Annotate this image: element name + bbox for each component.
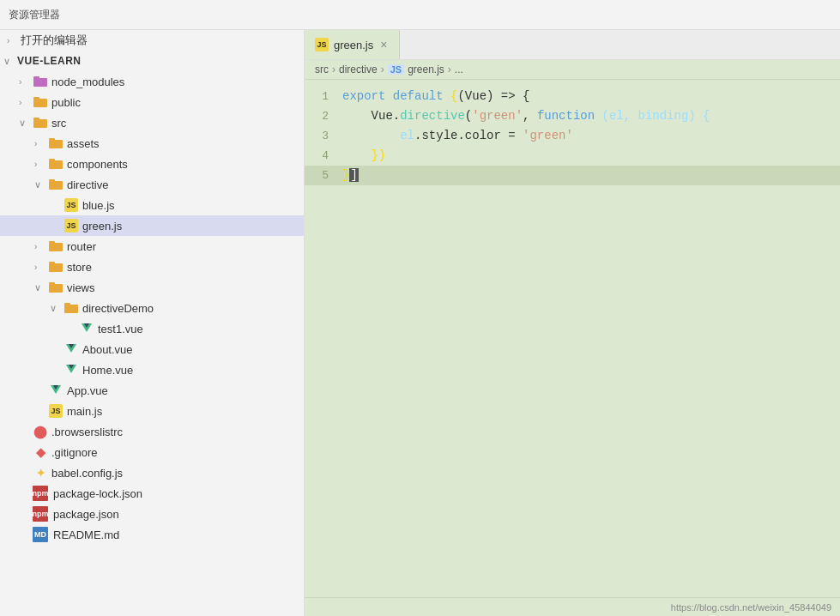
js-icon: JS (63, 197, 79, 213)
sidebar-item-node-modules[interactable]: › node_modules (0, 71, 304, 92)
bc-green-js[interactable]: green.js (408, 63, 444, 75)
tab-green-js[interactable]: JS green.js × (305, 30, 400, 59)
tab-bar: JS green.js × (305, 30, 840, 60)
assets-label: assets (67, 137, 100, 150)
sidebar-item-babel-config[interactable]: ✦ babel.config.js (0, 462, 304, 483)
sidebar-item-components[interactable]: › components (0, 154, 304, 174)
babel-icon: ✦ (33, 465, 48, 480)
package-lock-label: package-lock.json (53, 487, 142, 500)
sidebar-item-views[interactable]: ∨ views (0, 277, 304, 298)
main-js-label: main.js (67, 405, 102, 418)
svg-rect-19 (64, 303, 70, 305)
folder-src-icon (33, 115, 48, 130)
sidebar-item-public[interactable]: › public (0, 92, 304, 112)
svg-rect-16 (49, 284, 63, 293)
browserslist-icon: ⬤ (33, 424, 48, 439)
arrow-icon: ∨ (3, 56, 17, 67)
browserslistrc-label: .browserslistrc (51, 426, 123, 438)
svg-rect-13 (49, 241, 55, 244)
svg-rect-1 (33, 76, 39, 79)
public-label: public (51, 96, 81, 109)
code-content-4: }) (342, 146, 837, 165)
project-label: VUE-LEARN (17, 55, 82, 67)
sidebar-item-assets[interactable]: › assets (0, 133, 304, 154)
svg-rect-11 (49, 179, 55, 182)
sidebar-item-browserslistrc[interactable]: ⬤ .browserslistrc (0, 421, 304, 442)
sidebar-item-package-lock[interactable]: npm package-lock.json (0, 483, 304, 504)
package-json-label: package.json (53, 508, 119, 521)
views-label: views (67, 281, 95, 294)
green-js-label: green.js (82, 220, 122, 233)
bc-sep2: › (381, 63, 384, 75)
arrow-icon: › (34, 160, 48, 169)
status-bar: https://blog.csdn.net/weixin_45844049 (305, 597, 840, 616)
readme-label: README.md (53, 528, 119, 541)
top-bar: 资源管理器 (0, 0, 840, 30)
sidebar-item-app-vue[interactable]: App.vue (0, 380, 304, 401)
babel-config-label: babel.config.js (51, 467, 123, 480)
sidebar-item-package-json[interactable]: npm package.json (0, 504, 304, 524)
folder-purple-icon (33, 74, 48, 89)
opened-editors-label: 打开的编辑器 (21, 33, 88, 48)
svg-rect-10 (49, 181, 63, 190)
bc-src[interactable]: src (315, 63, 329, 75)
code-line-2: 2 Vue.directive('green', function (el, b… (305, 106, 840, 126)
line-num-2: 2 (308, 107, 342, 126)
svg-rect-6 (49, 140, 63, 148)
sidebar-item-home-vue[interactable]: Home.vue (0, 359, 304, 380)
svg-rect-0 (33, 78, 47, 87)
sidebar-item-readme[interactable]: MD README.md (0, 524, 304, 545)
git-icon: ◆ (33, 444, 48, 460)
sidebar-item-src[interactable]: ∨ src (0, 112, 304, 133)
directive-label: directive (67, 178, 108, 191)
js-tab-icon: JS (315, 38, 329, 51)
breadcrumb: src › directive › JS green.js › ... (305, 60, 840, 80)
home-vue-label: Home.vue (82, 364, 133, 377)
svg-rect-3 (33, 97, 39, 100)
sidebar-opened-editors[interactable]: › 打开的编辑器 (0, 30, 304, 51)
vue-icon (48, 383, 63, 398)
arrow-icon: ∨ (19, 118, 33, 129)
svg-rect-2 (33, 99, 47, 107)
svg-rect-18 (64, 305, 78, 313)
code-content-2: Vue.directive('green', function (el, bin… (342, 106, 837, 125)
app-vue-label: App.vue (67, 384, 108, 397)
sidebar-project-root[interactable]: ∨ VUE-LEARN (0, 51, 304, 71)
sidebar-item-router[interactable]: › router (0, 236, 304, 257)
tab-close-button[interactable]: × (378, 39, 389, 51)
js-icon: JS (48, 403, 63, 419)
arrow-icon: › (7, 36, 21, 45)
bc-js-badge: JS (388, 64, 404, 75)
sidebar-item-directive-demo[interactable]: ∨ directiveDemo (0, 298, 304, 318)
tab-label: green.js (334, 39, 373, 51)
sidebar-item-main-js[interactable]: JS main.js (0, 401, 304, 421)
svg-rect-17 (49, 282, 55, 285)
node-modules-label: node_modules (51, 75, 124, 88)
sidebar-item-test1-vue[interactable]: test1.vue (0, 318, 304, 339)
sidebar-item-blue-js[interactable]: JS blue.js (0, 195, 304, 215)
router-label: router (67, 240, 96, 253)
gitignore-label: .gitignore (51, 446, 97, 459)
sidebar-item-gitignore[interactable]: ◆ .gitignore (0, 442, 304, 462)
components-label: components (67, 158, 128, 171)
folder-store-icon (48, 259, 63, 275)
bc-directive[interactable]: directive (339, 63, 378, 75)
code-line-4: 4 }) (305, 146, 840, 166)
bc-sep1: › (332, 63, 335, 75)
sidebar-item-green-js[interactable]: JS green.js (0, 215, 304, 236)
svg-rect-4 (33, 119, 47, 128)
sidebar-item-about-vue[interactable]: About.vue (0, 339, 304, 359)
svg-rect-14 (49, 263, 63, 272)
directive-demo-label: directiveDemo (82, 302, 154, 315)
sidebar-item-store[interactable]: › store (0, 257, 304, 277)
test1-vue-label: test1.vue (98, 323, 143, 335)
svg-rect-7 (49, 138, 55, 141)
code-editor[interactable]: 1 export default {(Vue) => { 2 Vue.direc… (305, 80, 840, 597)
sidebar-item-directive[interactable]: ∨ directive (0, 174, 304, 195)
js-icon: JS (63, 218, 79, 233)
folder-router-icon (48, 239, 63, 254)
vue-icon (63, 362, 79, 377)
arrow-icon: › (34, 263, 48, 272)
code-line-3: 3 el.style.color = 'green' (305, 126, 840, 146)
code-content-5: }] (342, 166, 837, 184)
